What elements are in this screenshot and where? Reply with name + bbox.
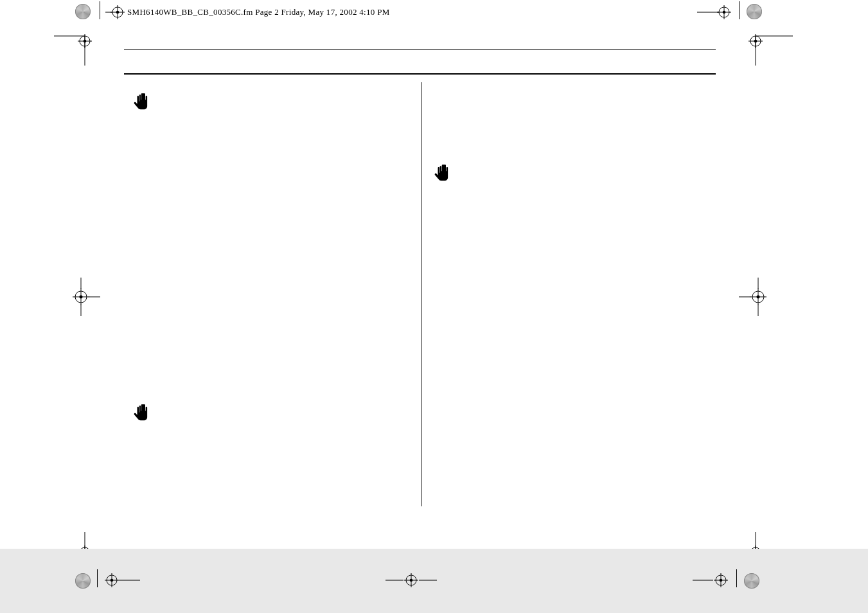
column-divider	[421, 82, 421, 506]
hand-stop-icon	[132, 404, 152, 423]
svg-point-1	[112, 7, 123, 17]
separator	[100, 1, 100, 19]
svg-point-9	[723, 11, 726, 14]
svg-point-6	[719, 7, 729, 17]
registration-target-icon	[697, 5, 736, 19]
separator	[740, 1, 740, 19]
svg-point-21	[754, 40, 757, 43]
registration-target-icon	[62, 278, 100, 316]
separator	[97, 569, 98, 587]
color-wheel-icon	[747, 4, 762, 19]
hand-stop-icon	[433, 164, 452, 183]
color-wheel-icon	[75, 4, 91, 19]
color-wheel-icon	[75, 573, 91, 589]
document-header-filename: SMH6140WB_BB_CB_00356C.fm Page 2 Friday,…	[127, 7, 390, 17]
registration-target-icon	[105, 5, 127, 19]
svg-point-4	[116, 11, 120, 14]
separator	[736, 569, 737, 587]
horizontal-rule	[124, 49, 716, 50]
svg-point-15	[84, 40, 87, 43]
svg-point-31	[752, 291, 764, 303]
color-wheel-icon	[744, 573, 759, 589]
horizontal-rule	[124, 73, 716, 75]
page-footer-band	[0, 549, 868, 613]
hand-stop-icon	[132, 93, 152, 112]
svg-point-34	[757, 296, 760, 299]
registration-target-icon	[739, 278, 777, 316]
crop-mark	[741, 28, 793, 67]
crop-mark	[54, 28, 99, 67]
svg-point-26	[80, 296, 83, 299]
svg-point-23	[75, 291, 87, 303]
